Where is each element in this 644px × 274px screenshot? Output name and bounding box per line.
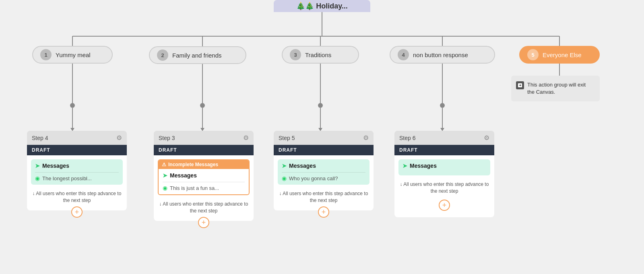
step-6-gear-icon[interactable]: ⚙ [484, 134, 489, 142]
svg-point-16 [440, 103, 445, 108]
step-card-6: Step 6 ⚙ DRAFT ➤ Messages ↓ All users wh… [394, 131, 494, 217]
step-3-footer: ↓ All users who enter this step advance … [158, 198, 250, 217]
branch-label-5: Everyone Else [543, 52, 582, 58]
step-5-title: Step 5 [279, 135, 295, 141]
step-6-footer: ↓ All users who enter this step advance … [398, 179, 490, 197]
step-3-whatsapp-text: This is just a fun sa... [170, 185, 219, 191]
canvas-area: 🎄 🎄 Holiday... 1 Yummy meal 2 Family and… [0, 0, 644, 274]
step-6-message-title: Messages [410, 163, 437, 169]
step-6-inline-add-button[interactable]: + [439, 200, 450, 211]
step-3-incomplete-header: ⚠ Incomplete Messages [159, 160, 249, 169]
step-5-header: Step 5 ⚙ [274, 131, 374, 145]
svg-point-10 [200, 103, 205, 108]
step-5-whatsapp-text: Who you gonna call? [289, 175, 338, 181]
branch-number-2: 2 [157, 49, 168, 61]
step-card-5: Step 5 ⚙ DRAFT ➤ Messages ◉ Who you gonn… [274, 131, 374, 210]
step-4-down-arrow: ↓ [33, 190, 35, 197]
step-4-body: ➤ Messages ◉ The longest possibl... ↓ Al… [27, 155, 127, 210]
step-4-add-button[interactable]: + [71, 206, 83, 218]
step-4-whatsapp-text: The longest possibl... [42, 175, 92, 181]
svg-point-7 [70, 103, 75, 108]
step-3-add-button[interactable]: + [198, 217, 209, 228]
exit-tooltip-text: This action group will exit the Canvas. [527, 82, 586, 95]
step-5-whatsapp-icon: ◉ [282, 175, 287, 181]
step-6-send-icon: ➤ [402, 163, 407, 169]
step-6-header: Step 6 ⚙ [394, 131, 494, 145]
branch-label-1: Yummy meal [56, 52, 91, 58]
step-4-footer: ↓ All users who enter this step advance … [31, 188, 123, 206]
step-3-whatsapp-icon: ◉ [163, 185, 167, 191]
top-node[interactable]: 🎄 🎄 Holiday... [274, 0, 370, 12]
step-3-warning-icon: ⚠ [162, 162, 166, 167]
branch-number-1: 1 [40, 49, 52, 60]
step-6-title: Step 6 [399, 135, 415, 141]
exit-tooltip: This action group will exit the Canvas. [511, 76, 600, 101]
exit-canvas-icon [516, 81, 524, 89]
branch-pill-2[interactable]: 2 Family and friends [149, 46, 246, 64]
step-5-message-block[interactable]: ➤ Messages ◉ Who you gonna call? [278, 159, 369, 185]
branch-number-5: 5 [527, 49, 539, 60]
step-5-message-title: Messages [289, 163, 316, 169]
step-6-message-title-row: ➤ Messages [402, 163, 486, 169]
branch-label-4: non button response [413, 52, 468, 58]
branch-pill-3[interactable]: 3 Traditions [282, 46, 359, 64]
step-6-draft-bar: DRAFT [394, 145, 494, 155]
svg-point-13 [318, 103, 323, 108]
step-4-gear-icon[interactable]: ⚙ [116, 134, 122, 142]
step-3-body: ⚠ Incomplete Messages ➤ Messages ◉ This … [154, 155, 254, 221]
step-3-header: Step 3 ⚙ [154, 131, 254, 145]
step-4-title: Step 4 [32, 135, 48, 141]
branch-pill-1[interactable]: 1 Yummy meal [32, 46, 113, 64]
step-card-4: Step 4 ⚙ DRAFT ➤ Messages ◉ The longest … [27, 131, 127, 210]
step-5-body: ➤ Messages ◉ Who you gonna call? ↓ All u… [274, 155, 374, 210]
step-4-draft-bar: DRAFT [27, 145, 127, 155]
step-3-incomplete-label: Incomplete Messages [168, 162, 218, 167]
branch-label-3: Traditions [305, 52, 331, 58]
step-4-footer-text: All users who enter this step advance to… [36, 191, 121, 203]
step-3-message-title-row: ➤ Messages [163, 172, 245, 179]
branch-pill-5[interactable]: 5 Everyone Else [519, 46, 600, 64]
branch-label-2: Family and friends [172, 52, 222, 59]
step-4-whatsapp-icon: ◉ [35, 175, 40, 181]
step-6-down-arrow: ↓ [400, 181, 402, 188]
step-5-footer: ↓ All users who enter this step advance … [278, 188, 369, 206]
step-3-send-icon: ➤ [163, 172, 167, 179]
step-5-message-title-row: ➤ Messages [282, 163, 365, 169]
step-4-whatsapp-row: ◉ The longest possibl... [35, 172, 119, 181]
step-5-whatsapp-row: ◉ Who you gonna call? [282, 172, 365, 181]
step-3-title: Step 3 [159, 135, 175, 141]
step-card-3: Step 3 ⚙ DRAFT ⚠ Incomplete Messages ➤ M… [154, 131, 254, 221]
step-4-message-block[interactable]: ➤ Messages ◉ The longest possibl... [31, 159, 123, 185]
step-3-draft-bar: DRAFT [154, 145, 254, 155]
step-5-draft-bar: DRAFT [274, 145, 374, 155]
step-4-message-title-row: ➤ Messages [35, 163, 119, 169]
branch-pill-4[interactable]: 4 non button response [390, 46, 495, 64]
branch-number-3: 3 [290, 49, 301, 60]
step-4-message-title: Messages [42, 163, 69, 169]
step-3-whatsapp-row: ◉ This is just a fun sa... [163, 182, 245, 191]
step-5-send-icon: ➤ [282, 163, 287, 169]
step-3-message-title: Messages [170, 172, 197, 179]
step-6-message-block[interactable]: ➤ Messages [398, 159, 490, 175]
step-3-gear-icon[interactable]: ⚙ [243, 134, 249, 142]
step-5-footer-text: All users who enter this step advance to… [283, 191, 368, 203]
top-node-icon: 🎄 [296, 2, 305, 10]
step-3-footer-text: All users who enter this step advance to… [163, 201, 248, 214]
step-4-send-icon: ➤ [35, 163, 40, 169]
step-3-message-block[interactable]: ⚠ Incomplete Messages ➤ Messages ◉ This … [158, 159, 250, 195]
step-6-body: ➤ Messages ↓ All users who enter this st… [394, 155, 494, 217]
branch-number-4: 4 [398, 49, 409, 60]
step-5-add-button[interactable]: + [318, 206, 329, 218]
step-5-down-arrow: ↓ [279, 190, 282, 197]
step-4-header: Step 4 ⚙ [27, 131, 127, 145]
step-6-footer-text: All users who enter this step advance to… [403, 181, 489, 194]
step-5-gear-icon[interactable]: ⚙ [363, 134, 369, 142]
step-3-down-arrow: ↓ [159, 201, 162, 208]
